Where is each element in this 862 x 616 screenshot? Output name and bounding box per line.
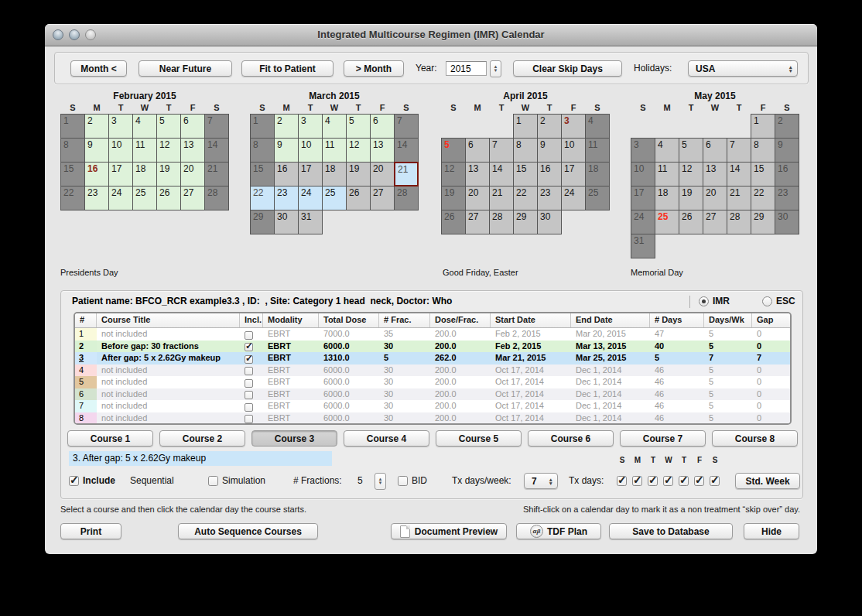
column-header[interactable]: Incl. <box>240 313 263 327</box>
include-row-checkbox[interactable] <box>245 391 253 399</box>
near-future-button[interactable]: Near Future <box>139 60 232 77</box>
include-row-checkbox[interactable] <box>245 415 253 423</box>
calendar-day-april-20[interactable]: 20 <box>465 186 490 210</box>
calendar-day-april-19[interactable]: 19 <box>441 186 466 210</box>
course-2-button[interactable]: Course 2 <box>159 430 245 447</box>
calendar-day-february-17[interactable]: 17 <box>108 162 133 187</box>
calendar-day-april-15[interactable]: 15 <box>513 162 538 187</box>
calendar-day-may-12[interactable]: 12 <box>679 162 703 187</box>
title-bar[interactable]: Integrated Multicourse Regimen (IMR) Cal… <box>45 24 817 46</box>
calendar-day-march-25[interactable]: 25 <box>322 186 347 210</box>
simulation-checkbox[interactable] <box>208 476 218 486</box>
calendar-day-may-27[interactable]: 27 <box>703 210 727 234</box>
calendar-day-february-14[interactable]: 14 <box>204 138 229 163</box>
calendar-day-may-15[interactable]: 15 <box>751 162 775 187</box>
calendar-day-may-7[interactable]: 7 <box>727 138 751 163</box>
calendar-day-march-3[interactable]: 3 <box>298 114 323 139</box>
column-header[interactable]: Total Dose <box>319 313 379 327</box>
tx-day-checkbox-s6[interactable] <box>710 476 720 486</box>
include-row-checkbox[interactable] <box>245 343 253 351</box>
calendar-day-may-8[interactable]: 8 <box>751 138 775 163</box>
calendar-day-march-28[interactable]: 28 <box>394 186 419 210</box>
tdf-plan-button[interactable]: αβ TDF Plan <box>516 523 601 539</box>
hide-button[interactable]: Hide <box>744 523 799 539</box>
course-row-1[interactable]: 1not includedEBRT7000.035200.0Feb 2, 201… <box>75 328 790 341</box>
calendar-day-may-4[interactable]: 4 <box>655 138 679 163</box>
calendar-day-february-24[interactable]: 24 <box>108 186 133 210</box>
calendar-day-february-9[interactable]: 9 <box>84 138 109 163</box>
save-to-database-button[interactable]: Save to Database <box>609 523 733 539</box>
calendar-day-february-5[interactable]: 5 <box>156 114 181 139</box>
calendar-day-may-9[interactable]: 9 <box>775 138 799 163</box>
calendar-day-may-10[interactable]: 10 <box>631 162 655 187</box>
calendar-day-april-24[interactable]: 24 <box>561 186 586 210</box>
calendar-day-may-22[interactable]: 22 <box>751 186 775 210</box>
column-header[interactable]: Start Date <box>491 313 571 327</box>
calendar-day-february-20[interactable]: 20 <box>180 162 205 187</box>
calendar-day-may-23[interactable]: 23 <box>775 186 799 210</box>
include-row-checkbox[interactable] <box>245 379 253 388</box>
course-row-6[interactable]: 6not includedEBRT6000.030200.0Oct 17, 20… <box>75 388 790 401</box>
std-week-button[interactable]: Std. Week <box>735 473 800 489</box>
calendar-day-may-14[interactable]: 14 <box>727 162 751 187</box>
calendar-day-march-11[interactable]: 11 <box>322 138 347 163</box>
calendar-day-april-5[interactable]: 5 <box>441 138 466 163</box>
calendar-day-february-6[interactable]: 6 <box>180 114 205 139</box>
calendar-day-march-29[interactable]: 29 <box>250 210 275 234</box>
calendar-day-may-5[interactable]: 5 <box>679 138 703 163</box>
course-1-button[interactable]: Course 1 <box>67 430 153 447</box>
esc-radio[interactable] <box>762 296 772 306</box>
include-row-checkbox[interactable] <box>245 403 253 412</box>
calendar-day-april-6[interactable]: 6 <box>465 138 490 163</box>
course-row-5[interactable]: 5not includedEBRT6000.030200.0Oct 17, 20… <box>75 376 790 388</box>
calendar-day-february-21[interactable]: 21 <box>204 162 229 187</box>
clear-skip-days-button[interactable]: Clear Skip Days <box>513 60 622 77</box>
calendar-day-april-21[interactable]: 21 <box>489 186 514 210</box>
calendar-day-march-30[interactable]: 30 <box>274 210 299 234</box>
calendar-day-march-16[interactable]: 16 <box>274 162 299 187</box>
calendar-day-march-19[interactable]: 19 <box>346 162 371 187</box>
course-7-button[interactable]: Course 7 <box>620 430 706 447</box>
calendar-day-april-25[interactable]: 25 <box>585 186 610 210</box>
document-preview-button[interactable]: Document Preview <box>391 523 507 539</box>
calendar-day-february-22[interactable]: 22 <box>60 186 85 210</box>
include-row-checkbox[interactable] <box>245 367 253 375</box>
calendar-day-march-15[interactable]: 15 <box>250 162 275 187</box>
calendar-day-may-30[interactable]: 30 <box>775 210 799 234</box>
course-row-2[interactable]: 2Before gap: 30 fractionsEBRT6000.030200… <box>75 341 790 353</box>
calendar-day-march-8[interactable]: 8 <box>250 138 275 163</box>
print-button[interactable]: Print <box>60 523 121 539</box>
calendar-day-march-22[interactable]: 22 <box>250 186 275 210</box>
calendar-day-march-2[interactable]: 2 <box>274 114 299 139</box>
fractions-stepper[interactable]: ▲▼ <box>375 473 386 490</box>
column-header[interactable]: Days/Wk <box>704 313 752 327</box>
calendar-day-february-19[interactable]: 19 <box>156 162 181 187</box>
calendar-day-february-3[interactable]: 3 <box>108 114 133 139</box>
calendar-day-march-21[interactable]: 21 <box>394 162 419 187</box>
calendar-day-april-3[interactable]: 3 <box>561 114 586 139</box>
calendar-day-february-8[interactable]: 8 <box>60 138 85 163</box>
calendar-day-may-31[interactable]: 31 <box>631 234 655 258</box>
course-row-7[interactable]: 7not includedEBRT6000.030200.0Oct 17, 20… <box>75 400 790 412</box>
calendar-day-april-16[interactable]: 16 <box>537 162 562 187</box>
calendar-day-may-28[interactable]: 28 <box>727 210 751 234</box>
calendar-day-february-13[interactable]: 13 <box>180 138 205 163</box>
column-header[interactable]: Modality <box>263 313 319 327</box>
calendar-day-february-26[interactable]: 26 <box>156 186 181 210</box>
calendar-day-april-11[interactable]: 11 <box>585 138 610 163</box>
calendar-day-march-26[interactable]: 26 <box>346 186 371 210</box>
include-row-checkbox[interactable] <box>245 355 253 364</box>
calendar-day-march-13[interactable]: 13 <box>370 138 395 163</box>
calendar-day-may-26[interactable]: 26 <box>679 210 703 234</box>
calendar-day-february-18[interactable]: 18 <box>132 162 157 187</box>
calendar-day-february-1[interactable]: 1 <box>60 114 85 139</box>
column-header[interactable]: End Date <box>571 313 650 327</box>
include-checkbox[interactable] <box>69 476 79 486</box>
column-header[interactable]: Dose/Frac. <box>430 313 491 327</box>
calendar-day-may-24[interactable]: 24 <box>631 210 655 234</box>
calendar-day-march-4[interactable]: 4 <box>322 114 347 139</box>
calendar-day-march-23[interactable]: 23 <box>274 186 299 210</box>
year-input[interactable] <box>446 61 487 76</box>
calendar-day-april-22[interactable]: 22 <box>513 186 538 210</box>
tx-days-week-popup[interactable]: 7 ▲▼ <box>524 473 558 489</box>
